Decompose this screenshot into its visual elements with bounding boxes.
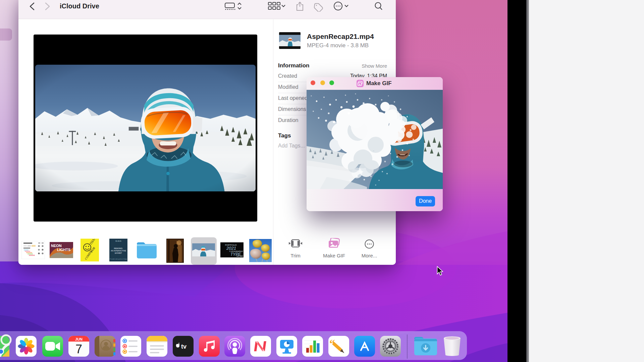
svg-text:AN INTERACTIVE: AN INTERACTIVE [111,250,126,252]
svg-text:2021: 2021 [226,246,236,251]
svg-text:tv: tv [181,343,186,350]
svg-text:REMIXED:: REMIXED: [114,247,123,249]
svg-text:7: 7 [75,342,82,356]
svg-text:NEON: NEON [51,244,62,248]
svg-text:FEI REN: FEI REN [236,255,243,257]
svg-text:01.10.21: 01.10.21 [115,240,121,242]
svg-text:LIGHTS: LIGHTS [57,248,70,252]
svg-text:Pre-order sales go live in 3 d: Pre-order sales go live in 3 days [110,258,127,260]
svg-text:EXHIBIT: EXHIBIT [115,252,122,254]
svg-text:JUN: JUN [75,337,83,341]
